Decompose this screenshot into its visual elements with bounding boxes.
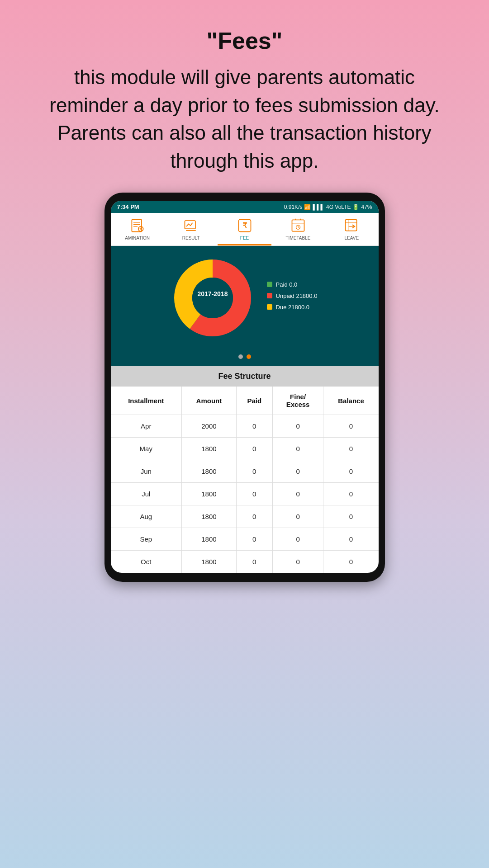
cell-paid: 0 <box>236 505 272 528</box>
cell-paid: 0 <box>236 528 272 551</box>
fee-structure-header: Fee Structure <box>111 366 379 387</box>
tab-leave[interactable]: LEAVE <box>325 213 378 245</box>
legend-due: Due 21800.0 <box>267 304 318 311</box>
cell-fine: 0 <box>272 483 323 505</box>
table-row: Oct 1800 0 0 0 <box>111 551 379 573</box>
cell-fine: 0 <box>272 551 323 573</box>
battery-icon: 🔋 <box>352 204 359 210</box>
signal-icon: ▌▌▌ <box>313 204 324 210</box>
cell-fine: 0 <box>272 415 323 438</box>
paid-dot <box>267 282 272 287</box>
cell-paid: 0 <box>236 483 272 505</box>
table-row: Jul 1800 0 0 0 <box>111 483 379 505</box>
status-right: 0.91K/s 📶 ▌▌▌ 4G VoLTE 🔋 47% <box>284 204 372 210</box>
svg-text:₹: ₹ <box>242 222 247 230</box>
cell-balance: 0 <box>323 460 379 483</box>
nav-tabs: AMINATION RESULT ₹ <box>111 213 379 246</box>
cell-installment: Sep <box>111 528 182 551</box>
cell-balance: 0 <box>323 551 379 573</box>
cell-amount: 1800 <box>182 505 237 528</box>
network-type: 4G VoLTE <box>326 204 351 210</box>
col-amount: Amount <box>182 387 237 415</box>
cell-paid: 0 <box>236 438 272 460</box>
cell-balance: 0 <box>323 438 379 460</box>
phone-mockup: 7:34 PM 0.91K/s 📶 ▌▌▌ 4G VoLTE 🔋 47% <box>104 193 385 582</box>
page-title: "Fees" <box>36 27 453 54</box>
cell-installment: May <box>111 438 182 460</box>
timetable-icon <box>290 217 306 234</box>
page-dot-2[interactable] <box>247 354 251 359</box>
amination-icon <box>129 217 146 234</box>
table-header-row: Installment Amount Paid Fine/Excess Bala… <box>111 387 379 415</box>
fee-icon: ₹ <box>237 217 253 234</box>
due-label: Due 21800.0 <box>276 304 309 311</box>
legend-paid: Paid 0.0 <box>267 281 318 288</box>
col-fine: Fine/Excess <box>272 387 323 415</box>
svg-rect-0 <box>132 220 142 232</box>
cell-installment: Jun <box>111 460 182 483</box>
cell-amount: 1800 <box>182 483 237 505</box>
pagination <box>111 350 379 366</box>
cell-installment: Apr <box>111 415 182 438</box>
page-dot-1[interactable] <box>238 354 243 359</box>
status-bar: 7:34 PM 0.91K/s 📶 ▌▌▌ 4G VoLTE 🔋 47% <box>111 201 379 213</box>
page-description: this module will give parents automatic … <box>36 63 453 175</box>
wifi-icon: 📶 <box>304 204 311 210</box>
col-installment: Installment <box>111 387 182 415</box>
cell-installment: Aug <box>111 505 182 528</box>
tab-timetable-label: TIMETABLE <box>286 236 311 241</box>
cell-fine: 0 <box>272 505 323 528</box>
cell-balance: 0 <box>323 528 379 551</box>
table-row: Apr 2000 0 0 0 <box>111 415 379 438</box>
status-time: 7:34 PM <box>117 203 139 210</box>
chart-area: 2017-2018 Paid 0.0 Unpaid 21800.0 Due 21… <box>111 246 379 350</box>
result-icon <box>183 217 199 234</box>
cell-balance: 0 <box>323 415 379 438</box>
chart-legend: Paid 0.0 Unpaid 21800.0 Due 21800.0 <box>267 281 318 315</box>
cell-amount: 1800 <box>182 528 237 551</box>
tab-fee-label: FEE <box>240 236 249 241</box>
network-speed: 0.91K/s <box>284 204 303 210</box>
leave-icon <box>343 217 360 234</box>
tab-timetable[interactable]: TIMETABLE <box>271 213 325 245</box>
phone-screen: 7:34 PM 0.91K/s 📶 ▌▌▌ 4G VoLTE 🔋 47% <box>111 201 379 573</box>
cell-paid: 0 <box>236 551 272 573</box>
cell-fine: 0 <box>272 528 323 551</box>
cell-amount: 2000 <box>182 415 237 438</box>
cell-fine: 0 <box>272 460 323 483</box>
cell-installment: Oct <box>111 551 182 573</box>
cell-amount: 1800 <box>182 551 237 573</box>
table-row: May 1800 0 0 0 <box>111 438 379 460</box>
paid-label: Paid 0.0 <box>276 281 298 288</box>
cell-balance: 0 <box>323 505 379 528</box>
tab-result[interactable]: RESULT <box>164 213 218 245</box>
fee-table: Installment Amount Paid Fine/Excess Bala… <box>111 387 379 573</box>
cell-installment: Jul <box>111 483 182 505</box>
legend-unpaid: Unpaid 21800.0 <box>267 292 318 299</box>
tab-fee[interactable]: ₹ FEE <box>218 213 271 245</box>
tab-result-label: RESULT <box>182 236 200 241</box>
donut-chart: 2017-2018 <box>172 257 253 339</box>
cell-amount: 1800 <box>182 460 237 483</box>
cell-fine: 0 <box>272 438 323 460</box>
cell-amount: 1800 <box>182 438 237 460</box>
unpaid-label: Unpaid 21800.0 <box>276 292 318 299</box>
svg-rect-18 <box>346 220 357 231</box>
tab-amination[interactable]: AMINATION <box>111 213 164 245</box>
table-row: Jun 1800 0 0 0 <box>111 460 379 483</box>
due-dot <box>267 304 272 310</box>
header-section: "Fees" this module will give parents aut… <box>0 0 489 193</box>
table-row: Aug 1800 0 0 0 <box>111 505 379 528</box>
cell-balance: 0 <box>323 483 379 505</box>
cell-paid: 0 <box>236 460 272 483</box>
cell-paid: 0 <box>236 415 272 438</box>
battery-percent: 47% <box>361 204 372 210</box>
svg-point-25 <box>192 278 233 318</box>
table-row: Sep 1800 0 0 0 <box>111 528 379 551</box>
col-paid: Paid <box>236 387 272 415</box>
svg-text:2017-2018: 2017-2018 <box>197 290 228 297</box>
svg-rect-11 <box>292 220 304 231</box>
unpaid-dot <box>267 293 272 298</box>
col-balance: Balance <box>323 387 379 415</box>
tab-leave-label: LEAVE <box>345 236 359 241</box>
